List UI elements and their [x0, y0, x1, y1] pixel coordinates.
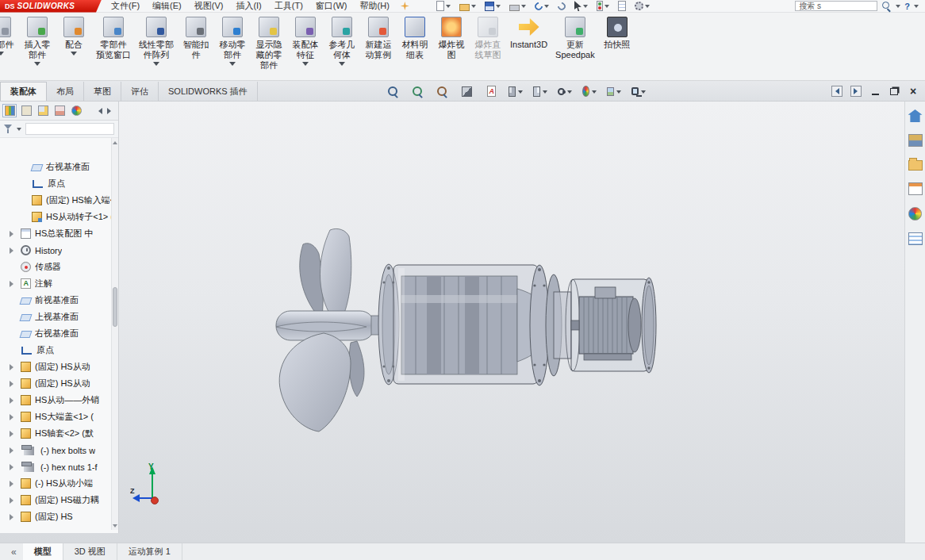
move-component-button[interactable]: 移动零 部件 [214, 13, 251, 69]
menu-item[interactable]: 帮助(H) [360, 0, 390, 12]
print-icon[interactable] [509, 0, 526, 12]
tree-item[interactable]: HS从动——外销 [0, 392, 111, 408]
menu-item[interactable]: 文件(F) [111, 0, 140, 12]
tree-item[interactable]: HS轴套<2> (默 [0, 425, 111, 442]
minimize-button[interactable] [869, 86, 881, 97]
pin-menu-icon[interactable] [401, 2, 409, 10]
command-tab[interactable]: 布局 [47, 82, 84, 101]
tree-item[interactable]: 上视基准面 [0, 309, 111, 325]
tree-item[interactable]: (固定) HS磁力耦 [0, 492, 111, 508]
view-palette-icon[interactable] [908, 182, 923, 195]
apply-scene-icon[interactable] [607, 84, 621, 98]
show-hidden-components-button[interactable]: 显示隐 藏的零 部件 [251, 13, 287, 71]
document-tab[interactable]: 运动算例 1 [117, 543, 182, 560]
zoom-to-area-icon[interactable] [410, 84, 424, 98]
displaymanager-tab[interactable] [69, 104, 83, 117]
new-motion-study-button[interactable]: 新建运 动算例 [360, 13, 397, 60]
tree-item[interactable]: (固定) HS从动 [0, 359, 111, 375]
propertymanager-tab[interactable] [19, 104, 33, 117]
configurationmanager-tab[interactable] [36, 104, 50, 117]
filter-icon[interactable] [4, 125, 13, 134]
hide-show-items-icon[interactable] [558, 84, 572, 98]
file-explorer-icon[interactable] [908, 160, 923, 171]
tree-scrollbar[interactable] [111, 138, 118, 530]
filter-chevron-icon[interactable] [17, 128, 21, 133]
redo-icon[interactable] [558, 0, 566, 12]
zoom-to-fit-icon[interactable] [386, 84, 400, 98]
document-tab[interactable]: 模型 [23, 543, 63, 560]
tree-item[interactable]: History [0, 242, 111, 259]
tree-item[interactable]: 原点 [0, 342, 111, 359]
new-document-icon[interactable] [436, 0, 451, 12]
collapse-tabs-icon[interactable]: « [0, 543, 23, 560]
tree-item[interactable]: HS大端盖<1> ( [0, 408, 111, 425]
bill-of-materials-button[interactable]: 材料明 细表 [397, 13, 433, 60]
document-tab[interactable]: 3D 视图 [63, 543, 117, 560]
select-icon[interactable] [574, 0, 588, 12]
assembly-features-button[interactable]: 装配体 特征 [287, 13, 324, 69]
view-orientation-icon[interactable] [509, 84, 523, 98]
menu-item[interactable]: 插入(I) [236, 0, 261, 12]
undo-icon[interactable] [535, 0, 549, 12]
tree-item[interactable]: (-) hex bolts w [0, 442, 111, 458]
previous-view-icon[interactable] [435, 84, 449, 98]
tree-item[interactable]: (固定) HS输入端<1: [0, 192, 111, 209]
explode-line-sketch-button[interactable]: 爆炸直 线草图 [470, 13, 506, 60]
filter-input[interactable] [25, 123, 114, 135]
tree-item[interactable]: 传感器 [0, 259, 111, 275]
command-tab[interactable]: 评估 [121, 82, 159, 101]
collapse-left-button[interactable] [831, 86, 842, 97]
options-icon[interactable] [635, 0, 650, 12]
panel-scroll-left-icon[interactable] [95, 108, 102, 114]
search-input[interactable] [795, 1, 877, 11]
menu-item[interactable]: 编辑(E) [152, 0, 182, 12]
insert-components-button[interactable]: 插入零 部件 [19, 13, 56, 69]
resources-home-icon[interactable] [908, 109, 923, 122]
help-icon[interactable]: ? [904, 2, 910, 11]
tree-item[interactable]: 前视基准面 [0, 292, 111, 309]
edit-appearance-icon[interactable] [582, 84, 597, 98]
scroll-up-icon[interactable] [112, 138, 118, 146]
open-icon[interactable] [459, 0, 476, 12]
exploded-view-button[interactable]: 爆炸视 图 [433, 13, 470, 60]
tree-item[interactable]: (固定) HS [0, 508, 111, 525]
design-library-icon[interactable] [908, 134, 923, 147]
search-icon[interactable] [881, 1, 892, 11]
close-button[interactable]: × [908, 86, 919, 97]
restore-button[interactable] [889, 86, 900, 97]
menu-item[interactable]: 窗口(W) [316, 0, 347, 12]
tree-item[interactable]: HS从动转子<1> (默 [0, 209, 111, 225]
appearances-scenes-icon[interactable] [908, 207, 922, 221]
scrollbar-thumb[interactable] [113, 287, 117, 327]
reference-geometry-button[interactable]: 参考几 何体 [324, 13, 360, 69]
tree-item[interactable]: HS总装配图 中 [0, 225, 111, 242]
model-3d[interactable] [119, 102, 904, 543]
command-tab[interactable]: 草图 [84, 82, 121, 101]
featuremanager-tab[interactable] [2, 104, 17, 117]
tree-item[interactable]: 右视基准面 [0, 325, 111, 342]
dimxpertmanager-tab[interactable] [52, 104, 67, 117]
linear-component-pattern-button[interactable]: 线性零部 件阵列 [135, 13, 178, 69]
section-view-icon[interactable] [459, 84, 474, 98]
menu-item[interactable]: 工具(T) [274, 0, 303, 12]
dynamic-annotation-view-icon[interactable] [484, 84, 498, 98]
tree-item[interactable]: (-) HS从动小端 [0, 475, 111, 492]
graphics-viewport[interactable]: Y Z [0, 102, 904, 543]
help-chevron-icon[interactable] [914, 5, 919, 10]
tree-item[interactable]: 注解 [0, 275, 111, 292]
scroll-down-icon[interactable] [112, 522, 118, 530]
menu-item[interactable]: 视图(V) [194, 0, 224, 12]
command-tab[interactable]: SOLIDWORKS 插件 [159, 82, 258, 101]
mate-button[interactable]: 配合 [56, 13, 92, 59]
tree-item[interactable]: 右视基准面 [0, 159, 111, 175]
tree-item[interactable]: 原点 [0, 175, 111, 192]
file-properties-icon[interactable] [618, 0, 626, 12]
tree-item[interactable]: (固定) HS从动 [0, 375, 111, 392]
component-preview-window-button[interactable]: 零部件 预览窗口 [92, 13, 135, 60]
take-snapshot-button[interactable]: 拍快照 [599, 13, 635, 50]
display-style-icon[interactable] [533, 84, 547, 98]
view-settings-icon[interactable] [631, 84, 646, 98]
smart-fasteners-button[interactable]: 智能扣 件 [178, 13, 214, 60]
edit-component-button[interactable]: 零部件 [0, 13, 19, 59]
rebuild-icon[interactable] [597, 0, 609, 12]
